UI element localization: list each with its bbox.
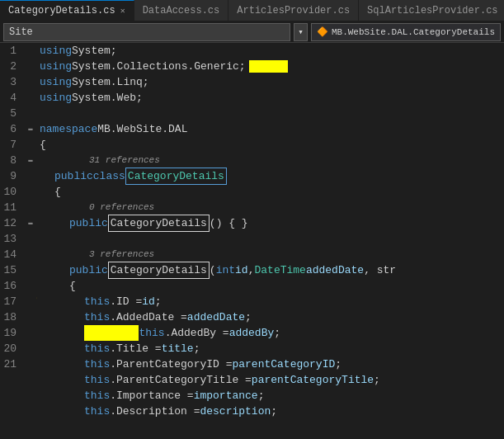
line-numbers: 1 2 3 4 5 6 7 8 9 10 11 12 13 14 15 16 1… (0, 43, 25, 439)
ref-0: 0 references (40, 200, 504, 215)
nav-path: 🔶 MB.WebSite.DAL.CategoryDetails (311, 23, 501, 41)
code-content: using System; using System.Collections.G… (36, 43, 504, 439)
code-line-6: namespace MB.WebSite.DAL (40, 121, 504, 137)
code-line-18: this.ParentCategoryID = parentCategoryID… (40, 356, 504, 372)
code-line-16: this.AddedBy = addedBy; (40, 325, 504, 341)
code-line-5 (40, 106, 504, 121)
close-icon[interactable]: ✕ (120, 6, 125, 16)
search-input[interactable] (3, 23, 290, 41)
code-line-14: 💡 this.ID = id; (40, 294, 504, 309)
tab-categorydetails[interactable]: CategoryDetails.cs ✕ (0, 0, 134, 21)
tab-label: ArticlesProvider.cs (237, 5, 350, 17)
code-line-13: { (40, 278, 504, 294)
gutter: ▬ ▬ ▬ (25, 43, 36, 439)
tab-articlesprovider[interactable]: ArticlesProvider.cs (228, 0, 359, 21)
search-dropdown[interactable]: ▾ (294, 23, 308, 41)
tab-dataaccess[interactable]: DataAccess.cs (134, 0, 229, 21)
tab-bar: CategoryDetails.cs ✕ DataAccess.cs Artic… (0, 0, 504, 21)
code-line-1: using System; (40, 43, 504, 59)
code-line-17: this.Title = title; (40, 341, 504, 356)
code-line-20: this.Importance = importance; (40, 388, 504, 404)
code-line-21: this.Description = description; (40, 404, 504, 419)
collapse-class[interactable]: ▬ (25, 153, 36, 168)
code-line-8: public class CategoryDetails (40, 168, 504, 184)
ref-3: 3 references (40, 247, 504, 262)
code-line-19: this.ParentCategoryTitle = parentCategor… (40, 372, 504, 388)
tab-sqlarticlesprovider[interactable]: SqlArticlesProvider.cs (359, 0, 504, 21)
code-line-15: this.AddedDate = addedDate; (40, 309, 504, 325)
code-line-9: { (40, 184, 504, 200)
ref-31: 31 references (40, 153, 504, 168)
nav-path-text: MB.WebSite.DAL.CategoryDetails (332, 27, 495, 37)
nav-icon: 🔶 (317, 26, 328, 37)
code-line-3: using System.Linq; (40, 74, 504, 90)
collapse-namespace[interactable]: ▬ (25, 121, 36, 137)
code-line-7: { (40, 137, 504, 153)
tab-label: DataAccess.cs (143, 5, 220, 17)
lightbulb-icon: 💡 (36, 294, 39, 309)
code-line-12: public CategoryDetails(int id, DateTime … (40, 262, 504, 278)
code-line-2: using System.Collections.Generic; (40, 59, 504, 74)
tab-label: SqlArticlesProvider.cs (367, 5, 497, 17)
code-line-4: using System.Web; (40, 90, 504, 106)
code-area: 1 2 3 4 5 6 7 8 9 10 11 12 13 14 15 16 1… (0, 43, 504, 439)
collapse-constructor[interactable]: ▬ (25, 215, 36, 231)
search-bar: ▾ 🔶 MB.WebSite.DAL.CategoryDetails (0, 21, 504, 43)
code-line-11 (40, 231, 504, 247)
tab-label: CategoryDetails.cs (8, 5, 115, 17)
code-line-10: public CategoryDetails() { } (40, 215, 504, 231)
